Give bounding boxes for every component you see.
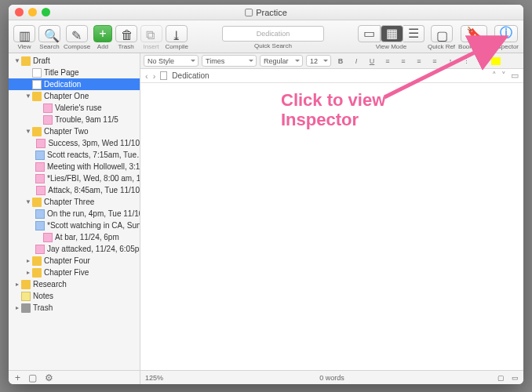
insert-icon: ⧉ xyxy=(146,28,157,39)
view-label: View xyxy=(17,43,31,50)
binder-row-label: Notes xyxy=(33,292,53,300)
page-icon xyxy=(32,80,42,89)
binder-tree[interactable]: ▼DraftTitle PageDedication▼Chapter OneVa… xyxy=(9,53,140,370)
binder-row[interactable]: ▼Chapter Three xyxy=(9,196,140,208)
minimize-icon[interactable] xyxy=(28,8,37,16)
disclosure-icon[interactable]: ▸ xyxy=(13,304,21,311)
binder-row[interactable]: ▼Chapter One xyxy=(9,90,140,102)
align-center-button[interactable]: ≡ xyxy=(397,55,410,67)
binder-sidebar: ▼DraftTitle PageDedication▼Chapter OneVa… xyxy=(9,53,140,384)
binder-row[interactable]: ▼Chapter Two xyxy=(9,125,140,137)
binder-row[interactable]: Meeting with Hollowell, 3:1… xyxy=(9,161,140,172)
inspector-button[interactable]: ⓘ xyxy=(494,25,518,42)
zoom-level[interactable]: 125% xyxy=(145,374,163,382)
view-button[interactable]: ▥ xyxy=(13,25,35,42)
pagep-icon xyxy=(36,139,46,148)
compose-button[interactable]: ✎ xyxy=(66,25,88,42)
disclosure-icon[interactable]: ▼ xyxy=(24,93,32,100)
folder-icon xyxy=(21,280,31,289)
pagep-icon xyxy=(36,186,46,195)
text-color-button[interactable]: A xyxy=(476,55,488,67)
search-label: Search xyxy=(39,43,59,50)
align-left-button[interactable]: ≡ xyxy=(381,55,394,67)
view-mode-cork[interactable]: ▦ xyxy=(381,25,403,42)
add-folder-button[interactable]: ▢ xyxy=(28,372,37,383)
annotation-text: Click to view Inspector xyxy=(281,90,385,130)
binder-row[interactable]: At bar, 11/24, 6pm xyxy=(9,231,140,243)
folder-icon xyxy=(32,92,42,101)
disclosure-icon[interactable]: ▸ xyxy=(24,257,32,264)
annotation-line1: Click to view xyxy=(281,90,385,110)
binder-row-label: Title Page xyxy=(44,68,79,77)
binder-row[interactable]: Valerie's ruse xyxy=(9,102,140,114)
zoom-icon[interactable] xyxy=(42,8,50,16)
italic-button[interactable]: I xyxy=(350,55,363,67)
inspector-label: Inspector xyxy=(493,43,519,50)
quick-search-input[interactable]: Dedication xyxy=(222,26,324,42)
binder-row[interactable]: *Lies/FBI, Wed, 8:00 am, 1… xyxy=(9,172,140,184)
bold-button[interactable]: B xyxy=(334,55,347,67)
view-mode-segmented[interactable]: ▭ ▦ ☰ xyxy=(358,25,425,42)
binder-row[interactable]: ▼Draft xyxy=(9,55,140,67)
disclosure-icon[interactable]: ▼ xyxy=(24,128,32,135)
bookmarks-button[interactable]: 🔖 xyxy=(461,25,487,42)
binder-row[interactable]: Notes xyxy=(9,290,140,302)
add-button[interactable]: + xyxy=(93,25,111,42)
insert-button[interactable]: ⧉ xyxy=(140,25,162,42)
breadcrumb[interactable]: Dedication xyxy=(172,71,209,80)
view-mode-doc[interactable]: ▭ xyxy=(358,25,381,42)
binder-row[interactable]: Success, 3pm, Wed 11/10 xyxy=(9,137,140,149)
nav-down-button[interactable]: ˅ xyxy=(501,71,506,81)
binder-row[interactable]: Attack, 8:45am, Tue 11/10 xyxy=(9,184,140,196)
binder-row-label: At bar, 11/24, 6pm xyxy=(55,233,119,241)
disclosure-icon[interactable]: ▼ xyxy=(24,198,32,205)
quick-ref-button[interactable]: ▢ xyxy=(431,25,453,42)
binder-row-label: Chapter Three xyxy=(44,198,94,206)
binder-row[interactable]: Scott reacts, 7:15am, Tue… xyxy=(9,149,140,161)
binder-row[interactable]: ▸Chapter Five xyxy=(9,267,140,278)
split-button[interactable]: ▭ xyxy=(511,71,519,81)
trash-button[interactable]: 🗑 xyxy=(115,25,137,42)
binder-row[interactable]: On the run, 4pm, Tue 11/10 xyxy=(9,208,140,220)
binder-row[interactable]: Jay attacked, 11/24, 6:05pm xyxy=(9,243,140,255)
status-icon-2[interactable]: ▭ xyxy=(512,374,519,382)
folder-icon xyxy=(32,268,42,278)
view-mode-outline[interactable]: ☰ xyxy=(403,25,425,42)
align-justify-button[interactable]: ≡ xyxy=(428,55,441,67)
add-doc-button[interactable]: + xyxy=(15,372,20,383)
disclosure-icon[interactable]: ▸ xyxy=(24,269,32,276)
binder-row-label: Trouble, 9am 11/5 xyxy=(55,115,118,124)
line-spacing-button[interactable]: ↕ xyxy=(444,55,457,67)
underline-button[interactable]: U xyxy=(366,55,378,67)
disclosure-icon[interactable]: ▸ xyxy=(13,281,21,288)
compose-label: Compose xyxy=(64,43,90,50)
size-select[interactable]: 12 xyxy=(306,55,331,67)
style-select[interactable]: No Style xyxy=(144,55,199,67)
compile-button[interactable]: ⤓ xyxy=(166,25,188,42)
compile-label: Compile xyxy=(166,43,188,50)
binder-row[interactable]: ▸Research xyxy=(9,278,140,290)
highlight-button[interactable] xyxy=(491,57,501,65)
status-icon-1[interactable]: ▢ xyxy=(497,374,505,382)
list-button[interactable]: ⋮ xyxy=(460,55,472,67)
binder-row[interactable]: *Scott watching in CA, Sun… xyxy=(9,220,140,231)
bookmark-icon: 🔖 xyxy=(466,26,482,41)
nav-back-button[interactable]: ‹ xyxy=(145,71,148,81)
nav-up-button[interactable]: ˄ xyxy=(492,71,497,81)
binder-row[interactable]: ▸Chapter Four xyxy=(9,255,140,267)
binder-row[interactable]: Title Page xyxy=(9,67,140,78)
word-count[interactable]: 0 words xyxy=(319,374,344,382)
weight-select[interactable]: Regular xyxy=(260,55,303,67)
binder-row[interactable]: Dedication xyxy=(9,78,140,90)
binder-icon: ▥ xyxy=(19,28,30,39)
font-select[interactable]: Times xyxy=(202,55,257,67)
align-right-button[interactable]: ≡ xyxy=(413,55,425,67)
search-button[interactable]: 🔍 xyxy=(38,25,60,42)
disclosure-icon[interactable]: ▼ xyxy=(13,57,21,64)
gear-icon[interactable]: ⚙ xyxy=(45,372,53,383)
nav-forward-button[interactable]: › xyxy=(153,71,156,81)
binder-row-label: Chapter Four xyxy=(44,256,90,265)
close-icon[interactable] xyxy=(15,8,24,16)
binder-row[interactable]: Trouble, 9am 11/5 xyxy=(9,114,140,125)
binder-row[interactable]: ▸Trash xyxy=(9,302,140,314)
